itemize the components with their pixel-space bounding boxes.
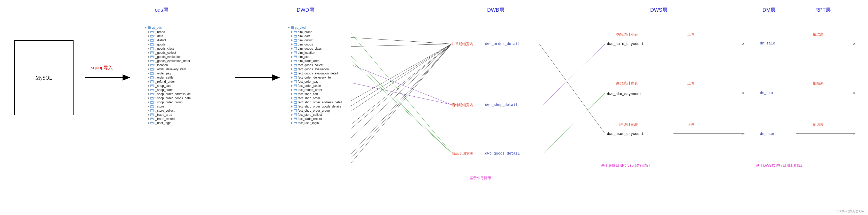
- svg-line-7: [351, 44, 452, 106]
- svg-line-4: [351, 37, 452, 44]
- svg-line-22: [543, 44, 605, 105]
- connection-lines: [0, 0, 868, 215]
- svg-line-14: [351, 44, 452, 163]
- svg-line-6: [351, 44, 452, 101]
- svg-line-18: [351, 56, 452, 153]
- svg-line-8: [351, 44, 452, 111]
- svg-line-19: [351, 60, 452, 153]
- watermark: CSDN @陈万君Allen: [837, 209, 865, 214]
- svg-line-15: [351, 64, 452, 105]
- svg-line-5: [351, 44, 452, 47]
- svg-line-10: [351, 44, 452, 129]
- svg-line-23: [543, 93, 605, 154]
- svg-line-9: [351, 44, 452, 125]
- svg-line-17: [351, 33, 452, 153]
- svg-line-11: [351, 44, 452, 138]
- svg-line-12: [351, 44, 452, 154]
- svg-line-21: [539, 44, 605, 134]
